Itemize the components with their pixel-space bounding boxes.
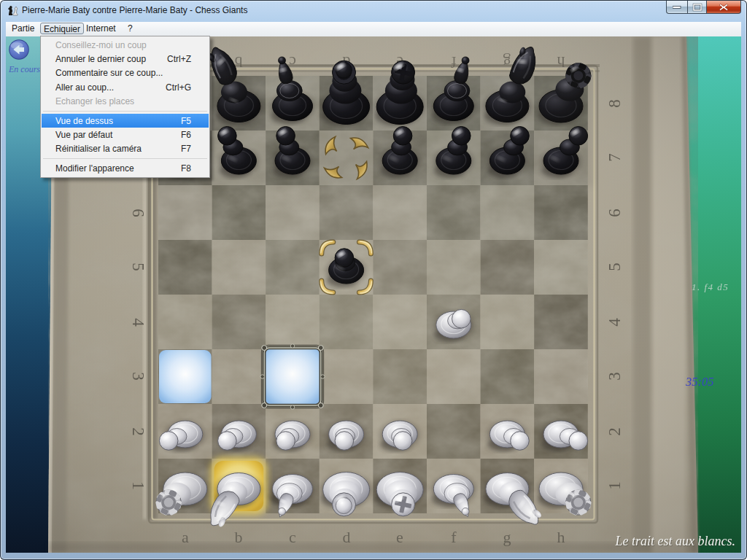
svg-text:35:05: 35:05: [685, 375, 714, 389]
svg-text:En cours: En cours: [8, 64, 40, 74]
svg-text:1. f4 d5: 1. f4 d5: [692, 281, 729, 292]
svg-text:Le trait est aux blancs.: Le trait est aux blancs.: [615, 534, 736, 548]
